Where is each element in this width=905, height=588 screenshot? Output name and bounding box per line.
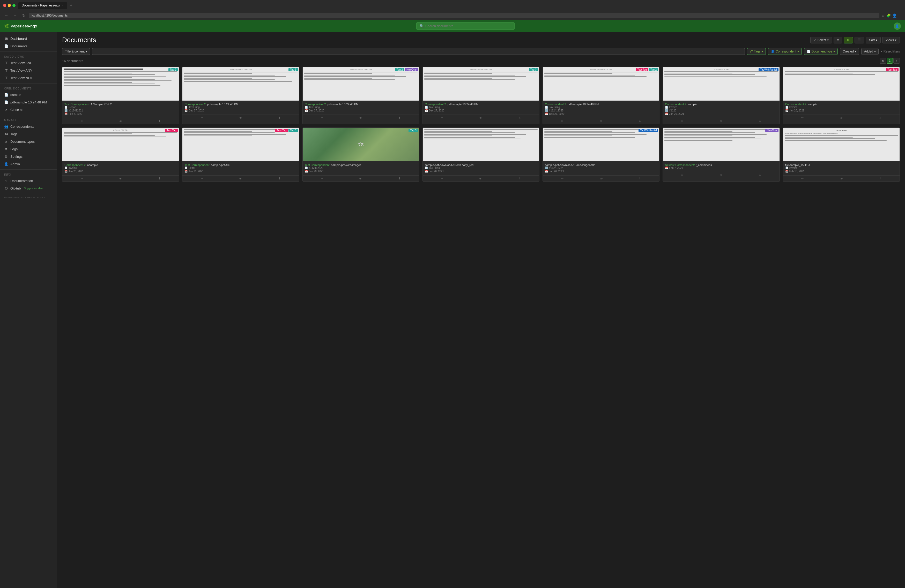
grid-view-btn[interactable]: ⊞ [844,37,853,43]
preview-btn[interactable]: 👁 [341,176,380,182]
table-row[interactable]: A Simple PDF File TagWithPartial Corresp… [662,67,780,124]
reload-btn[interactable]: ↻ [21,13,27,18]
sidebar-item-documentation[interactable]: ? Documentation [0,177,57,185]
sidebar-item-test-view-any[interactable]: ⊤ Test View ANY [0,67,57,74]
table-row[interactable]: Adobe Acrobat PDF File Tag 2 NewOne [302,67,419,124]
search-bar[interactable]: 🔍 [416,22,514,30]
edit-btn[interactable]: ✏ [543,176,582,182]
preview-btn[interactable]: 👁 [702,118,741,124]
table-row[interactable]: A Simple PDF File Test Tag Correspondent… [62,127,179,182]
sidebar-item-close-all[interactable]: × Close all [0,106,57,114]
extensions-icon[interactable]: 🧩 [886,13,891,17]
table-row[interactable]: Adobe Acrobat PDF File Tag 3 [422,67,540,124]
download-btn[interactable]: ⬇ [140,118,179,124]
edit-btn[interactable]: ✏ [663,118,702,124]
table-row[interactable]: sample-pdf-download-10-mb copy_red 📄 Tax… [422,127,540,182]
preview-btn[interactable]: 👁 [702,172,741,178]
table-row[interactable]: Lorem ipsum Lorem ipsum dolor sit amet, … [783,127,900,182]
download-btn[interactable]: ⬇ [861,115,900,121]
correspondent-filter[interactable]: 👤 Correspondent ▾ [768,48,802,55]
menu-icon[interactable]: ⋮ [898,13,902,17]
table-row[interactable]: Test Tag Tag 3 Test Correspondent: sampl… [182,127,299,182]
preview-btn[interactable]: 👁 [462,115,500,121]
document-type-filter[interactable]: 📄 Document type ▾ [804,48,838,55]
download-btn[interactable]: ⬇ [741,172,780,178]
edit-btn[interactable]: ✏ [783,176,822,182]
download-btn[interactable]: ⬇ [260,176,299,182]
sidebar-item-tags[interactable]: 🏷 Tags [0,130,57,138]
table-row[interactable]: Adobe Acrobat PDF File Test Tag Tag 2 C [543,67,659,124]
tags-filter[interactable]: 🏷 Tags ▾ [747,48,766,55]
download-btn[interactable]: ⬇ [140,176,179,182]
sidebar-item-github[interactable]: ⬡ GitHub Suggest an idea [0,185,57,192]
download-btn[interactable]: ⬇ [861,176,900,182]
table-row[interactable]: 🗺 Tag 3 Test Correspondent: sample-pdf-w… [302,127,419,182]
added-filter[interactable]: Added ▾ [861,48,879,55]
sort-btn[interactable]: Sort ▾ [866,37,881,43]
next-page-btn[interactable]: » [893,58,900,63]
edit-btn[interactable]: ✏ [62,176,101,182]
table-row[interactable]: NewOne Newest Correspondent: f_combineds… [662,127,780,182]
download-btn[interactable]: ⬇ [500,115,539,121]
table-row[interactable]: Tag 2 Test Correspondent: A Sample PDF 2… [62,67,179,124]
select-btn[interactable]: ☑ Select ▾ [810,37,832,43]
bookmark-icon[interactable]: ☆ [881,13,885,17]
edit-btn[interactable]: ✏ [62,118,101,124]
maximize-traffic-light[interactable] [13,4,16,7]
prev-page-btn[interactable]: « [880,58,886,63]
download-btn[interactable]: ⬇ [621,118,659,124]
sidebar-item-admin[interactable]: 👤 Admin [0,160,57,168]
preview-btn[interactable]: 👁 [341,115,380,121]
user-avatar[interactable]: 👤 [894,22,901,30]
edit-btn[interactable]: ✏ [183,176,221,182]
list-view-btn[interactable]: ≡ [834,37,842,43]
download-btn[interactable]: ⬇ [380,115,419,121]
address-bar[interactable] [29,13,880,18]
edit-btn[interactable]: ✏ [303,115,341,121]
filter-text-input[interactable] [92,48,745,55]
edit-btn[interactable]: ✏ [423,115,462,121]
sidebar-item-document-types[interactable]: # Document types [0,138,57,145]
table-row[interactable]: TagWithPartial sample-pdf-download-10-mb… [543,127,659,182]
views-btn[interactable]: Views ▾ [882,37,900,43]
download-btn[interactable]: ⬇ [260,115,299,121]
sidebar-item-settings[interactable]: ⚙ Settings [0,153,57,160]
suggest-link[interactable]: Suggest an idea [24,187,43,190]
preview-btn[interactable]: 👁 [101,176,140,182]
download-btn[interactable]: ⬇ [500,176,539,182]
download-btn[interactable]: ⬇ [741,118,780,124]
sidebar-item-test-view-not[interactable]: ⊤ Test View NOT [0,74,57,82]
download-btn[interactable]: ⬇ [621,176,659,182]
active-tab[interactable]: Documents - Paperless-ngx × [18,2,67,9]
back-btn[interactable]: ← [3,13,10,18]
page-1-btn[interactable]: 1 [887,58,893,63]
forward-btn[interactable]: → [12,13,19,18]
search-input[interactable] [426,24,511,28]
sidebar-item-sample[interactable]: 📄 sample [0,91,57,98]
sidebar-item-dashboard[interactable]: ⊞ Dashboard [0,35,57,43]
sidebar-item-pdf-sample[interactable]: 📄 pdf-sample 10.24.48 PM [0,98,57,106]
tab-close-btn[interactable]: × [62,4,64,7]
reset-filters-btn[interactable]: × Reset filters [881,50,900,53]
preview-btn[interactable]: 👁 [582,118,621,124]
edit-btn[interactable]: ✏ [543,118,582,124]
sidebar-item-test-view-and[interactable]: ⊤ Test View AND [0,59,57,67]
preview-btn[interactable]: 👁 [462,176,500,182]
table-row[interactable]: A Simple PDF File Test Tag Correspondent… [783,67,900,124]
edit-btn[interactable]: ✏ [783,115,822,121]
sidebar-item-documents[interactable]: 📄 Documents [0,43,57,50]
new-tab-btn[interactable]: + [68,3,74,8]
preview-btn[interactable]: 👁 [221,115,260,121]
preview-btn[interactable]: 👁 [822,115,861,121]
preview-btn[interactable]: 👁 [582,176,621,182]
edit-btn[interactable]: ✏ [663,172,702,178]
table-row[interactable]: Adobe Acrobat PDF File Tag 3 [182,67,299,124]
sidebar-item-correspondents[interactable]: 👥 Correspondents [0,123,57,130]
created-filter[interactable]: Created ▾ [840,48,859,55]
edit-btn[interactable]: ✏ [423,176,462,182]
preview-btn[interactable]: 👁 [822,176,861,182]
download-btn[interactable]: ⬇ [380,176,419,182]
edit-btn[interactable]: ✏ [183,115,221,121]
close-traffic-light[interactable] [3,4,6,7]
sidebar-item-logs[interactable]: ≡ Logs [0,145,57,153]
